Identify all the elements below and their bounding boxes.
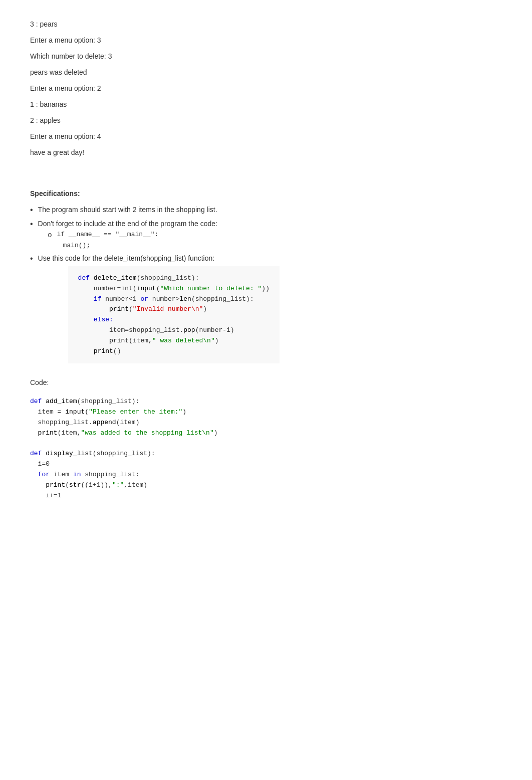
if-main-code: if __name__ == "__main__": bbox=[57, 231, 158, 238]
main-code-block: def add_item(shopping_list): item = inpu… bbox=[30, 392, 502, 506]
output-line-7: 2 : apples bbox=[30, 116, 502, 124]
sub-bullet-block: if __name__ == "__main__": main(); bbox=[48, 231, 217, 249]
output-section: 3 : pears Enter a menu option: 3 Which n… bbox=[30, 20, 502, 156]
sub-bullet-main: main(); bbox=[63, 241, 217, 249]
divider bbox=[30, 164, 502, 179]
code-label: Code: bbox=[30, 378, 502, 386]
specs-title: Specifications: bbox=[30, 189, 502, 198]
bullet-item-2: Don't forget to include at the end of th… bbox=[30, 220, 502, 249]
output-line-6: 1 : bananas bbox=[30, 100, 502, 108]
delete-item-code: def delete_item(shopping_list): number=i… bbox=[68, 266, 280, 363]
output-line-3: Which number to delete: 3 bbox=[30, 52, 502, 60]
bullet-list: The program should start with 2 items in… bbox=[30, 206, 502, 363]
bullet-item-1: The program should start with 2 items in… bbox=[30, 206, 502, 215]
bullet-item-3: Use this code for the delete_item(shoppi… bbox=[30, 254, 502, 363]
code-section: Code: def add_item(shopping_list): item … bbox=[30, 378, 502, 506]
output-line-1: 3 : pears bbox=[30, 20, 502, 28]
output-line-5: Enter a menu option: 2 bbox=[30, 84, 502, 92]
sub-bullet-if: if __name__ == "__main__": bbox=[48, 231, 217, 239]
output-line-4: pears was deleted bbox=[30, 68, 502, 76]
output-line-8: Enter a menu option: 4 bbox=[30, 132, 502, 140]
output-line-2: Enter a menu option: 3 bbox=[30, 36, 502, 44]
output-line-9: have a great day! bbox=[30, 148, 502, 156]
specs-section: Specifications: The program should start… bbox=[30, 189, 502, 363]
